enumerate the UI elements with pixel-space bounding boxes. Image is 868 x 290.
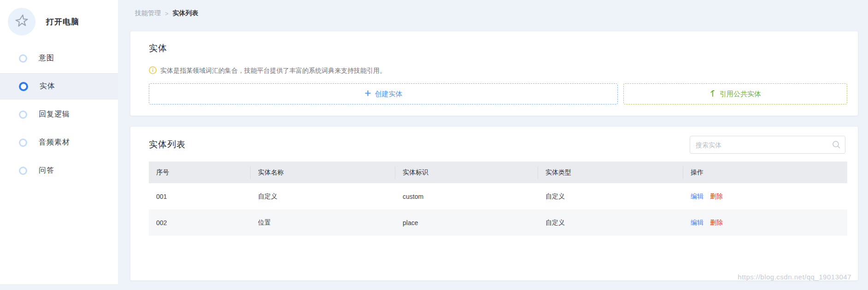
- plus-icon: [364, 90, 371, 98]
- upload-arrow-icon: [710, 90, 716, 99]
- reference-public-entity-button[interactable]: 引用公共实体: [623, 83, 847, 104]
- entity-info-text: 实体是指某领域词汇的集合，技能平台提供了丰富的系统词典来支持技能引用。: [160, 67, 386, 75]
- menu-radio-icon: [19, 54, 27, 63]
- page: { "sidebar": { "app_title": "打开电脑", "ite…: [0, 0, 868, 290]
- entity-list-title: 实体列表: [149, 139, 186, 151]
- info-icon: [149, 66, 157, 75]
- main-content: 技能管理 > 实体列表 实体 实体是指某领域词汇的集合，技能平台提供了丰富的系统…: [118, 0, 868, 290]
- cell-type: 自定义: [538, 219, 683, 227]
- sidebar-item-label: 回复逻辑: [39, 110, 70, 119]
- delete-link[interactable]: 删除: [710, 219, 723, 227]
- sidebar-menu: 意图 实体 回复逻辑 音频素材 问答: [0, 45, 118, 186]
- cell-name: 位置: [251, 219, 395, 227]
- sidebar-item-qa[interactable]: 问答: [0, 157, 118, 184]
- sidebar-item-entity[interactable]: 实体: [0, 73, 118, 99]
- entity-card: 实体 实体是指某领域词汇的集合，技能平台提供了丰富的系统词典来支持技能引用。 创…: [130, 31, 858, 116]
- sidebar-item-label: 实体: [40, 81, 55, 91]
- cell-type: 自定义: [538, 192, 683, 201]
- entity-table: 序号实体名称实体标识实体类型操作 001 自定义 custom 自定义 编辑 删…: [149, 162, 847, 236]
- search-input[interactable]: [690, 136, 845, 154]
- search-box: [690, 136, 845, 154]
- column-header: 实体名称: [251, 166, 395, 179]
- sidebar-item-label: 音频素材: [39, 138, 70, 147]
- menu-radio-icon: [19, 110, 27, 119]
- cell-name: 自定义: [251, 192, 395, 201]
- app-title: 打开电脑: [46, 17, 79, 27]
- entity-list-card: 实体列表 序号实体名称实体标识实体类型操作 001 自定义 custom 自定义…: [130, 126, 858, 281]
- cell-actions: 编辑 删除: [683, 192, 847, 201]
- breadcrumb-parent[interactable]: 技能管理: [135, 9, 161, 17]
- search-icon[interactable]: [832, 140, 841, 151]
- table-body: 001 自定义 custom 自定义 编辑 删除 002 位置 place 自定…: [149, 183, 847, 236]
- edit-link[interactable]: 编辑: [691, 192, 704, 201]
- column-header: 实体类型: [538, 166, 683, 179]
- breadcrumb: 技能管理 > 实体列表: [135, 9, 199, 17]
- reference-public-entity-label: 引用公共实体: [720, 90, 761, 99]
- table-header-row: 序号实体名称实体标识实体类型操作: [149, 162, 847, 183]
- breadcrumb-separator-icon: >: [165, 10, 169, 17]
- menu-radio-icon: [19, 139, 27, 147]
- cell-actions: 编辑 删除: [683, 219, 847, 227]
- cell-no: 001: [149, 193, 251, 200]
- sidebar-item-label: 意图: [39, 53, 54, 63]
- table-row: 002 位置 place 自定义 编辑 删除: [149, 209, 847, 236]
- edit-link[interactable]: 编辑: [691, 219, 704, 227]
- sidebar-item-reply-logic[interactable]: 回复逻辑: [0, 101, 118, 128]
- cell-identifier: place: [395, 219, 538, 226]
- sidebar: 打开电脑 意图 实体 回复逻辑 音频素材 问答: [0, 0, 118, 284]
- create-entity-label: 创建实体: [375, 90, 403, 99]
- column-header: 操作: [683, 166, 847, 179]
- menu-radio-icon: [19, 167, 27, 175]
- menu-radio-icon: [19, 82, 28, 91]
- sidebar-item-audio-material[interactable]: 音频素材: [0, 129, 118, 156]
- entity-card-title: 实体: [149, 42, 167, 54]
- cell-no: 002: [149, 219, 251, 226]
- star-icon: [14, 13, 29, 30]
- sidebar-item-label: 问答: [39, 166, 54, 175]
- create-entity-button[interactable]: 创建实体: [149, 83, 618, 104]
- sidebar-item-intent[interactable]: 意图: [0, 45, 118, 71]
- delete-link[interactable]: 删除: [710, 192, 723, 201]
- cell-identifier: custom: [395, 193, 538, 200]
- table-row: 001 自定义 custom 自定义 编辑 删除: [149, 183, 847, 209]
- app-logo-block: 打开电脑: [8, 8, 79, 35]
- entity-info-line: 实体是指某领域词汇的集合，技能平台提供了丰富的系统词典来支持技能引用。: [149, 66, 386, 75]
- app-logo: [8, 8, 35, 35]
- column-header: 实体标识: [395, 166, 538, 179]
- watermark-text: https://blog.csdn.net/qq_19013047: [738, 273, 851, 281]
- breadcrumb-current: 实体列表: [173, 9, 199, 17]
- column-header: 序号: [149, 166, 251, 179]
